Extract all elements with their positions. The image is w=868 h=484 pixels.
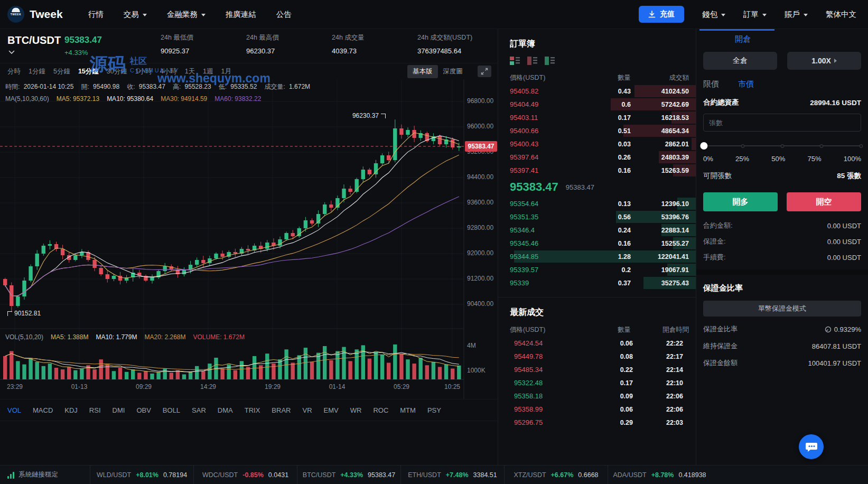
book-layout-asks-icon[interactable] [527, 56, 537, 66]
indicator-tab-DMI[interactable]: DMI [113, 406, 125, 414]
time-axis-label: 23:29 [0, 383, 31, 390]
status-ticker-WDC/USDT[interactable]: WDC/USDT-0.85%0.0431 [193, 466, 297, 484]
open-long-button[interactable]: 開多 [703, 192, 778, 211]
orderbook-ask-row[interactable]: 95403.110.1716218.53 [498, 111, 696, 124]
orderbook-ask-row[interactable]: 95405.820.4341024.50 [498, 85, 696, 98]
orderbook-ask-row[interactable]: 95397.410.1615263.59 [498, 164, 696, 177]
nav-menu-2[interactable]: 訂單 [743, 10, 767, 20]
timeframe-1天[interactable]: 1天 [185, 67, 195, 76]
trade-row[interactable]: 95296.750.2922:03 [498, 416, 696, 429]
tab-open-position[interactable]: 開倉 [703, 34, 782, 44]
timeframe-30分鐘[interactable]: 30分鐘 [107, 67, 127, 76]
timeframe-4小時[interactable]: 4小時 [160, 67, 177, 76]
orderbook-ask-row[interactable]: 95397.640.2624803.39 [498, 151, 696, 164]
tab-market-order[interactable]: 市價 [738, 79, 754, 89]
indicator-tab-VOL[interactable]: VOL [7, 406, 21, 414]
indicator-tab-BRAR[interactable]: BRAR [272, 406, 291, 414]
orderbook-bid-row[interactable]: 95351.350.5653396.76 [498, 210, 696, 224]
chart-mode-基本版[interactable]: 基本版 [407, 65, 438, 78]
indicator-tab-PSY[interactable]: PSY [427, 406, 441, 414]
orderbook-ask-row[interactable]: 95404.490.657242.69 [498, 98, 696, 111]
indicator-tab-MTM[interactable]: MTM [400, 406, 416, 414]
timeframe-1週[interactable]: 1週 [203, 67, 213, 76]
order-total: 35275.43 [631, 280, 689, 287]
mid-price-row[interactable]: 95383.47 95383.47 [498, 177, 696, 197]
chart-mode-深度圖[interactable]: 深度圖 [438, 65, 469, 78]
quantity-slider[interactable] [703, 142, 861, 150]
status-ticker-WLD/USDT[interactable]: WLD/USDT+8.01%0.78194 [90, 466, 193, 484]
orderbook-bid-row[interactable]: 95354.640.1312396.10 [498, 197, 696, 210]
indicator-tab-KDJ[interactable]: KDJ [64, 406, 78, 414]
orderbook-bid-row[interactable]: 95339.570.219067.91 [498, 263, 696, 276]
margin-row-text: 100401.97 USDT [808, 359, 861, 367]
status-ticker-BTC/USDT[interactable]: BTC/USDT+4.33%95383.47 [297, 466, 400, 484]
indicator-tab-OBV[interactable]: OBV [136, 406, 151, 414]
leverage-button[interactable]: 1.00X [787, 52, 861, 70]
indicator-tab-EMV[interactable]: EMV [324, 406, 339, 414]
slider-handle[interactable] [700, 142, 707, 150]
slider-dot-100[interactable] [860, 144, 863, 148]
nav-item-label: 交易 [124, 10, 139, 20]
nav-item-5[interactable]: 公告 [276, 10, 292, 20]
status-ticker-ADA/USDT[interactable]: ADA/USDT+8.78%0.418938 [608, 466, 711, 484]
orderbook-ask-row[interactable]: 95400.430.032862.01 [498, 137, 696, 151]
trade-row[interactable]: 95358.990.0622:06 [498, 403, 696, 416]
indicator-tab-VR[interactable]: VR [302, 406, 312, 414]
deposit-button[interactable]: 充值 [639, 6, 684, 23]
open-short-button[interactable]: 開空 [787, 192, 861, 211]
orderbook-bid-row[interactable]: 95345.460.1615255.27 [498, 237, 696, 250]
tab-limit-order[interactable]: 限價 [703, 79, 719, 89]
timeframe-1小時[interactable]: 1小時 [135, 67, 152, 76]
trade-row[interactable]: 95485.340.2222:14 [498, 363, 696, 376]
trade-row[interactable]: 95424.540.0622:22 [498, 337, 696, 350]
indicator-tab-ROC[interactable]: ROC [373, 406, 388, 414]
timeframe-15分鐘[interactable]: 15分鐘 [78, 67, 99, 76]
candlestick-chart[interactable]: 時間: 2026-01-14 10:25開: 95490.98收: 95383.… [0, 79, 498, 399]
nav-item-4[interactable]: 推廣連結 [226, 10, 256, 20]
slider-dot-50[interactable] [780, 144, 784, 148]
indicator-tab-WR[interactable]: WR [350, 406, 362, 414]
brand[interactable]: TWEEK Tweek [0, 6, 63, 23]
trade-row[interactable]: 95449.780.0822:17 [498, 350, 696, 363]
trades-list: 95424.540.0622:2295449.780.0822:1795485.… [498, 337, 696, 429]
nav-item-2[interactable]: 交易 [124, 10, 147, 20]
margin-mode-wide-button[interactable]: 單幣保證金模式 [703, 301, 861, 317]
book-layout-both-icon[interactable] [510, 56, 520, 66]
status-ticker-pair: ADA/USDT [613, 471, 646, 479]
pair-chevron-down-icon[interactable] [8, 50, 15, 54]
nav-menu-1[interactable]: 錢包 [702, 10, 725, 20]
margin-ratio-title: 保證金比率 [703, 283, 861, 293]
nav-item-3[interactable]: 金融業務 [167, 10, 206, 20]
indicator-tab-TRIX[interactable]: TRIX [245, 406, 260, 414]
timeframe-分時[interactable]: 分時 [7, 67, 21, 76]
timeframe-1月[interactable]: 1月 [221, 67, 231, 76]
trade-row[interactable]: 95358.180.0922:06 [498, 389, 696, 403]
indicator-tab-BOLL[interactable]: BOLL [163, 406, 180, 414]
margin-mode-button[interactable]: 全倉 [703, 52, 777, 70]
language-selector[interactable]: 繁体中文 [826, 10, 856, 20]
slider-dot-25[interactable] [741, 144, 744, 148]
nav-menu-3[interactable]: 賬戶 [785, 10, 808, 20]
pair-selector[interactable]: BTC/USDT [7, 34, 61, 46]
timeframe-5分鐘[interactable]: 5分鐘 [53, 67, 70, 76]
chat-support-button[interactable] [799, 434, 824, 459]
book-layout-bids-icon[interactable] [545, 56, 555, 66]
order-price: 95405.82 [510, 87, 538, 95]
orderbook-ask-row[interactable]: 95400.660.5148654.34 [498, 124, 696, 137]
nav-item-1[interactable]: 行情 [88, 10, 104, 20]
trade-row[interactable]: 95322.480.1722:10 [498, 376, 696, 389]
quantity-input[interactable] [703, 114, 861, 132]
orderbook-bid-row[interactable]: 95344.851.28122041.41 [498, 250, 696, 263]
orderbook-bid-row[interactable]: 95346.40.2422883.14 [498, 224, 696, 237]
fullscreen-icon[interactable] [478, 66, 491, 77]
status-ticker-XTZ/USDT[interactable]: XTZ/USDT+6.67%0.6668 [504, 466, 608, 484]
indicator-tab-RSI[interactable]: RSI [89, 406, 101, 414]
header-total: 開倉時間 [631, 325, 689, 334]
indicator-tab-SAR[interactable]: SAR [192, 406, 206, 414]
status-ticker-ETH/USDT[interactable]: ETH/USDT+7.48%3384.51 [400, 466, 504, 484]
indicator-tab-MACD[interactable]: MACD [33, 406, 53, 414]
slider-dot-75[interactable] [820, 144, 824, 148]
indicator-tab-DMA[interactable]: DMA [218, 406, 233, 414]
timeframe-1分鐘[interactable]: 1分鐘 [29, 67, 45, 76]
orderbook-bid-row[interactable]: 953390.3735275.43 [498, 276, 696, 290]
